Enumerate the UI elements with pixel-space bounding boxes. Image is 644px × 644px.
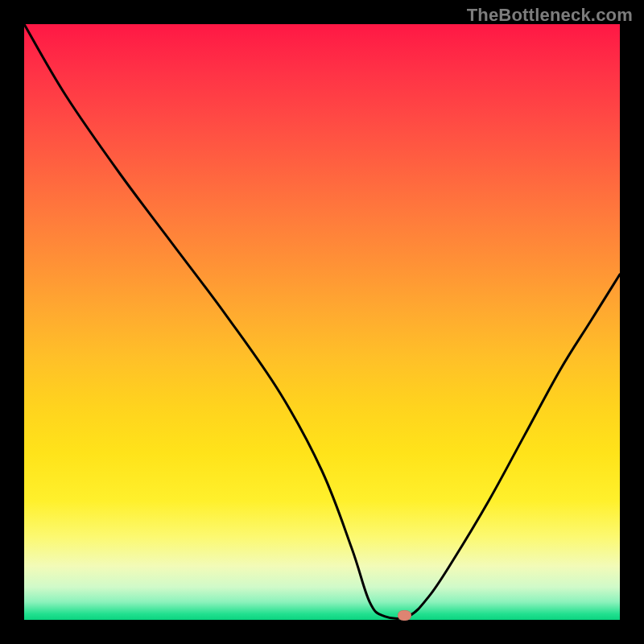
bottleneck-curve [24,24,620,618]
optimum-marker [398,610,411,621]
watermark-text: TheBottleneck.com [467,5,633,26]
curve-svg [24,24,620,620]
chart-frame: TheBottleneck.com [0,0,644,644]
plot-area [24,24,620,620]
